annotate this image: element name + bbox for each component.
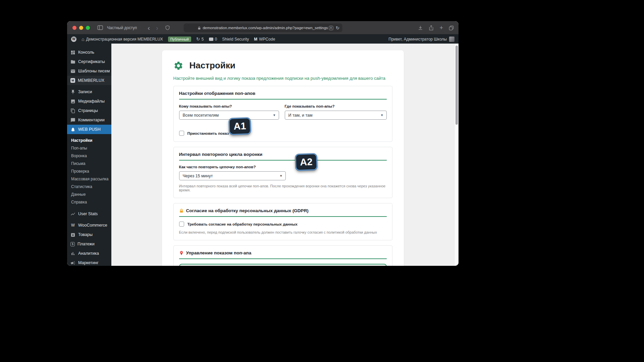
privacy-shield-icon[interactable] [165, 25, 170, 31]
chevron-down-icon: ▾ [273, 113, 275, 117]
url-text: demonstration.memberlux.com/wp-admin/adm… [203, 26, 328, 30]
share-icon[interactable] [429, 25, 434, 31]
sidebar-item-web-push[interactable]: WEB PUSH [67, 125, 111, 134]
freq-select[interactable]: Через 15 минут ▾ [179, 171, 286, 180]
sidebar-item-analytics[interactable]: Аналитика [67, 249, 111, 258]
sidebar-item-certificates[interactable]: Сертификаты [67, 57, 111, 66]
submenu-item-statistics[interactable]: Статистика [67, 183, 111, 190]
section-display-settings: Настройки отображения поп-апов Кому пока… [173, 86, 392, 142]
who-field: Кому показывать поп-апы? Всем посетителя… [179, 104, 279, 120]
page-title: Настройки [190, 60, 235, 71]
wordpress-logo[interactable]: W [71, 37, 76, 42]
sidebar-item-posts[interactable]: Записи [67, 87, 111, 97]
chevron-down-icon: ▾ [381, 113, 383, 117]
envelope-icon [70, 69, 75, 74]
section-interval: Интервал повторного цикла воронки Как ча… [173, 147, 392, 198]
sidebar-item-user-stats[interactable]: User Stats [67, 209, 111, 219]
toolbar-right-actions: + [418, 21, 454, 35]
section-gdpr-title: Согласие на обработку персональных данны… [179, 208, 387, 217]
page-subtitle: Настройте внешний вид и логику показа пр… [173, 76, 392, 81]
where-field: Где показывать поп-апы? И там, и там ▾ [285, 104, 387, 120]
updates-menu[interactable]: ↻ 5 [196, 37, 204, 42]
pause-row: Приостановить показ [179, 131, 387, 136]
media-icon [70, 99, 75, 104]
sidebar-item-dashboard[interactable]: Консоль [67, 48, 111, 57]
downloads-icon[interactable] [418, 25, 423, 31]
bell-icon [70, 127, 75, 132]
submenu-item-settings[interactable]: Настройки [67, 136, 111, 144]
pushpin-icon [70, 89, 75, 95]
line-chart-icon [70, 212, 75, 217]
submenu-item-popups[interactable]: Поп-апы [67, 144, 111, 152]
home-icon: ⌂ [82, 37, 84, 42]
sidebar-item-memberlux[interactable]: M MEMBERLUX [67, 76, 111, 85]
back-button[interactable]: ‹ [146, 24, 151, 31]
section-display-title: Настройки отображения поп-апов [179, 91, 387, 100]
who-label: Кому показывать поп-апы? [179, 104, 279, 108]
where-label: Где показывать поп-апы? [285, 104, 387, 108]
admin-content-area: Настройки Настройте внешний вид и логику… [111, 44, 454, 266]
scrollbar-thumb[interactable] [455, 46, 458, 125]
section-gdpr: Согласие на обработку персональных данны… [173, 203, 392, 240]
address-bar-actions: A ↻ [329, 23, 339, 32]
wpcode-menu[interactable]: M WPCode [254, 37, 275, 42]
close-window-button[interactable] [72, 26, 76, 30]
sidebar-item-comments[interactable]: Комментарии [67, 115, 111, 125]
window-body: Консоль Сертификаты Шаблоны писем M MEMB… [67, 44, 459, 266]
sidebar-item-woocommerce[interactable]: W WooCommerce [67, 221, 111, 230]
gear-icon [173, 61, 183, 71]
private-browsing-label: Частный доступ [107, 25, 137, 30]
address-bar[interactable]: demonstration.memberlux.com/wp-admin/adm… [183, 23, 342, 32]
gdpr-label: Требовать согласие на обработку персонал… [187, 222, 298, 226]
pause-label: Приостановить показ [187, 131, 229, 135]
minimize-window-button[interactable] [79, 26, 83, 30]
browser-titlebar: Частный доступ ‹ › demonstration.memberl… [67, 21, 459, 35]
sidebar-item-media[interactable]: Медиафайлы [67, 97, 111, 106]
sidebar-item-pages[interactable]: Страницы [67, 106, 111, 115]
interval-help: Интервал повторного показа всей цепочки … [179, 184, 387, 192]
sidebar-item-payments[interactable]: $ Платежи [67, 239, 111, 249]
reload-icon[interactable]: ↻ [336, 25, 339, 31]
zoom-window-button[interactable] [86, 26, 90, 30]
folder-icon [70, 59, 75, 64]
window-controls [72, 26, 90, 30]
account-menu[interactable]: Привет, Администратор Школы [388, 37, 454, 42]
sidebar-item-email-templates[interactable]: Шаблоны писем [67, 66, 111, 76]
who-select[interactable]: Всем посетителям ▾ [179, 111, 279, 120]
shield-security-menu[interactable]: Shield Security [222, 37, 249, 42]
site-name-menu[interactable]: ⌂ Демонстрационная версия MEMBERLUX [82, 37, 163, 42]
comments-menu[interactable]: 0 [209, 37, 217, 42]
wp-admin-bar: W ⌂ Демонстрационная версия MEMBERLUX Пу… [67, 35, 459, 44]
submenu-item-check[interactable]: Проверка [67, 167, 111, 175]
submenu-item-letters[interactable]: Письма [67, 160, 111, 167]
browser-window: Частный доступ ‹ › demonstration.memberl… [67, 21, 459, 266]
sidebar-item-marketing[interactable]: Маркетинг [67, 258, 111, 266]
new-tab-icon[interactable]: + [439, 25, 443, 31]
gdpr-row: Требовать согласие на обработку персонал… [179, 222, 387, 227]
pages-icon [70, 108, 75, 113]
lock-icon [198, 26, 201, 30]
where-select[interactable]: И там, и там ▾ [285, 111, 387, 120]
page-scrollbar [454, 44, 459, 266]
avatar [449, 37, 454, 42]
sidebar-toggle-icon[interactable] [97, 25, 103, 30]
submenu-item-funnel[interactable]: Воронка [67, 152, 111, 160]
page-header: Настройки [173, 60, 392, 71]
tab-overview-icon[interactable] [449, 25, 454, 31]
forward-button[interactable]: › [155, 24, 160, 31]
show-everywhere-option[interactable]: Показывать везде Поп-ап будет показывать… [179, 264, 387, 266]
submenu-item-data[interactable]: Данные [67, 190, 111, 198]
section-placement: Управление показом поп-апа Показывать ве… [173, 245, 392, 266]
submenu-item-broadcast[interactable]: Массовая рассылка [67, 175, 111, 183]
gdpr-checkbox[interactable] [179, 222, 184, 227]
submenu-item-help[interactable]: Справка [67, 198, 111, 206]
pause-checkbox[interactable] [179, 131, 184, 136]
dashboard-icon [70, 50, 75, 55]
dollar-icon: $ [70, 242, 75, 246]
translate-icon[interactable]: A [329, 26, 333, 30]
woocommerce-logo: W [70, 223, 75, 228]
sidebar-item-products[interactable]: Товары [67, 230, 111, 239]
web-push-submenu: Настройки Поп-апы Воронка Письма Проверк… [67, 134, 111, 209]
updates-icon: ↻ [196, 37, 200, 41]
megaphone-icon [70, 260, 75, 265]
